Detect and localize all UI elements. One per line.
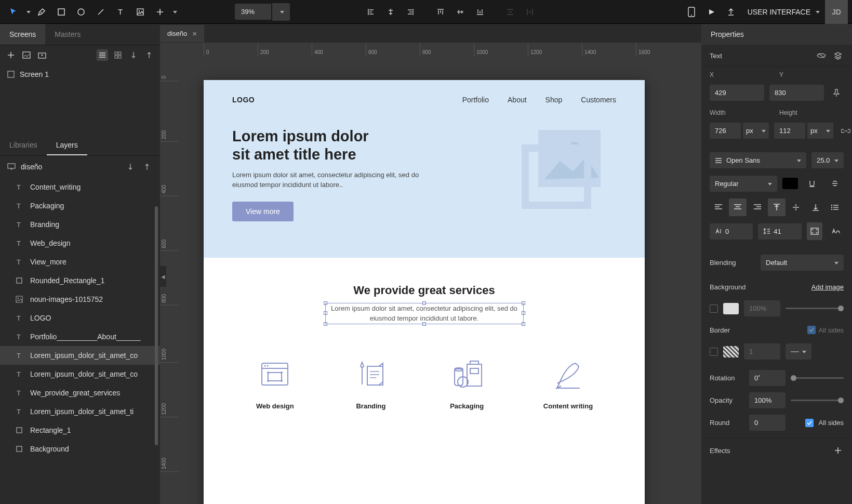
layer-item[interactable]: Background [0,440,160,458]
layer-item[interactable]: TContent_writing [0,178,160,196]
layers-scrollbar[interactable] [155,206,158,445]
device-preview-icon[interactable] [682,3,701,21]
border-enabled-checkbox[interactable] [710,348,718,356]
line-tool[interactable] [91,3,110,21]
image-tool[interactable] [131,3,150,21]
folder-add-icon[interactable] [36,49,48,61]
text-valign-top[interactable] [768,198,785,216]
border-style-select[interactable] [786,343,811,360]
distribute-h[interactable] [521,3,539,21]
ellipse-tool[interactable] [72,3,90,21]
text-color-swatch[interactable] [782,178,798,189]
align-right[interactable] [401,3,420,21]
layers-icon[interactable] [832,50,844,61]
x-input[interactable] [710,85,764,101]
align-middle[interactable] [451,3,470,21]
text-align-right[interactable] [749,198,766,216]
screen-item[interactable]: Screen 1 [0,65,160,84]
layer-item[interactable]: TWe_provide_great_services [0,383,160,402]
layer-item[interactable]: TLorem_ipsum_dolor_sit_amet_co [0,365,160,383]
text-valign-middle[interactable] [788,198,805,216]
height-input[interactable] [774,123,805,139]
layer-item[interactable]: TLOGO [0,309,160,327]
panel-collapse-handle[interactable]: ◀ [160,266,166,287]
bg-color-swatch[interactable] [723,303,739,314]
line-height-input[interactable]: 41 [758,223,801,240]
tab-masters[interactable]: Masters [45,24,90,45]
sort-down-icon[interactable] [128,49,139,61]
bg-opacity-slider[interactable] [786,308,844,309]
layer-item[interactable]: TLorem_ipsum_dolor_sit_amet_ti [0,402,160,421]
layer-item[interactable]: noun-images-1015752 [0,290,160,309]
selected-text-element[interactable]: Lorem ipsum dolor sit amet, consectetur … [326,303,523,324]
layer-item[interactable]: TBranding [0,215,160,234]
y-input[interactable] [769,85,824,101]
upload-icon[interactable] [722,3,740,21]
layer-item[interactable]: TView_more [0,253,160,271]
letter-spacing-input[interactable]: 0 [710,223,753,240]
zoom-input[interactable] [235,4,271,20]
border-allsides-checkbox[interactable] [807,326,816,334]
pin-icon[interactable] [829,89,844,97]
file-tab[interactable]: diseño × [160,25,204,42]
artboard[interactable]: LOGO Portfolio About Shop Customers Lore… [204,80,645,504]
layer-item[interactable]: Rounded_Rectangle_1 [0,271,160,290]
image-add-icon[interactable] [21,49,32,61]
opacity-input[interactable] [749,392,786,408]
blending-select[interactable]: Default [761,255,844,271]
width-unit[interactable]: px [743,123,769,139]
text-tool[interactable]: T [111,3,130,21]
layer-item[interactable]: Rectangle_1 [0,421,160,440]
border-color-swatch[interactable] [723,346,739,357]
tab-libraries[interactable]: Libraries [0,136,47,155]
add-tool[interactable] [151,3,169,21]
add-effect-icon[interactable] [832,445,844,456]
sort-up-icon[interactable] [143,49,155,61]
distribute-v[interactable] [501,3,520,21]
width-input[interactable] [710,123,741,139]
font-size-input[interactable]: 25.0 [811,152,844,168]
user-avatar[interactable]: JD [825,0,848,24]
document-menu[interactable]: USER INTERFACE [748,8,820,16]
zoom-dropdown[interactable] [272,3,290,21]
doc-row[interactable]: diseño [0,156,160,178]
round-allsides-checkbox[interactable] [805,419,814,427]
font-family-select[interactable]: Open Sans [710,152,806,168]
border-width-input[interactable] [744,343,780,360]
text-path-icon[interactable] [828,222,844,240]
layer-down-icon[interactable] [125,161,136,173]
autosize-icon[interactable] [807,222,823,240]
visibility-icon[interactable] [816,50,827,61]
rotation-input[interactable] [749,370,786,386]
play-icon[interactable] [702,3,721,21]
add-image-link[interactable]: Add image [811,283,844,291]
link-wh-icon[interactable] [838,128,852,134]
underline-icon[interactable] [803,175,821,192]
layer-item[interactable]: TPackaging [0,196,160,215]
align-center-h[interactable] [381,3,400,21]
text-align-center[interactable] [729,198,746,216]
rotation-slider[interactable] [791,377,844,379]
tab-screens[interactable]: Screens [0,24,45,45]
text-align-left[interactable] [710,198,727,216]
add-screen-icon[interactable] [5,49,17,61]
pointer-tool[interactable] [4,3,23,21]
layer-item[interactable]: TLorem_ipsum_dolor_sit_amet_co [0,346,160,365]
ruler-horizontal[interactable]: 02004006008001000120014001600 [179,43,701,56]
layer-item[interactable]: TWeb_design [0,234,160,253]
height-unit[interactable]: px [807,123,833,139]
bg-opacity-input[interactable] [744,300,780,316]
pen-tool[interactable] [32,3,51,21]
rect-tool[interactable] [52,3,71,21]
layer-item[interactable]: TPortfolio__________About______ [0,327,160,346]
align-left[interactable] [362,3,380,21]
strikethrough-icon[interactable] [826,175,844,192]
align-top[interactable] [431,3,450,21]
layer-up-icon[interactable] [141,161,153,173]
add-dropdown[interactable] [170,3,178,21]
text-valign-bottom[interactable] [807,198,824,216]
bg-enabled-checkbox[interactable] [710,304,718,313]
list-icon[interactable] [827,198,844,216]
font-weight-select[interactable]: Regular [710,176,777,192]
list-view-icon[interactable] [97,49,108,61]
